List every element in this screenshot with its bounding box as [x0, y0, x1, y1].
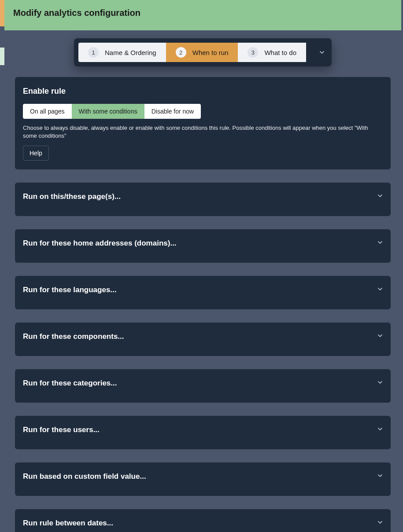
step-when-to-run[interactable]: 2 When to run [166, 43, 238, 62]
stepper-collapse-toggle[interactable] [318, 38, 325, 66]
accordion-run-for-languages[interactable]: Run for these languages... [15, 276, 391, 309]
accordion-title: Run for these components... [23, 332, 369, 341]
step-label: Name & Ordering [105, 49, 156, 56]
accordion-run-for-users[interactable]: Run for these users... [15, 416, 391, 449]
accordion-run-between-dates[interactable]: Run rule between dates... [15, 509, 391, 532]
step-number: 3 [248, 47, 258, 58]
step-name-ordering[interactable]: 1 Name & Ordering [78, 43, 166, 62]
chevron-down-icon [377, 379, 384, 386]
stepper: 1 Name & Ordering 2 When to run 3 What t… [74, 38, 332, 66]
accordion-run-for-components[interactable]: Run for these components... [15, 323, 391, 356]
accordion-title: Run based on custom field value... [23, 472, 369, 481]
chevron-down-icon [318, 49, 325, 56]
enable-with-conditions-button[interactable]: With some conditions [72, 104, 144, 119]
modal-header: Modify analytics configuration [4, 0, 401, 30]
enable-rule-description: Choose to always disable, always enable … [23, 124, 383, 139]
step-number: 2 [176, 47, 186, 58]
step-what-to-do[interactable]: 3 What to do [238, 43, 306, 62]
help-button[interactable]: Help [23, 146, 49, 161]
step-label: When to run [192, 49, 229, 56]
accordion-title: Run for these categories... [23, 379, 369, 388]
step-number: 1 [88, 47, 99, 58]
modal: Modify analytics configuration 1 Name & … [4, 0, 401, 532]
chevron-down-icon [377, 286, 384, 293]
disable-for-now-button[interactable]: Disable for now [144, 104, 201, 119]
chevron-down-icon [377, 239, 384, 246]
step-label: What to do [264, 49, 296, 56]
chevron-down-icon [377, 472, 384, 479]
accordion-run-for-domains[interactable]: Run for these home addresses (domains)..… [15, 229, 391, 263]
chevron-down-icon [377, 192, 384, 199]
accordion-title: Run for these languages... [23, 286, 369, 294]
page-title: Modify analytics configuration [13, 8, 392, 18]
enable-on-all-pages-button[interactable]: On all pages [23, 104, 72, 119]
chevron-down-icon [377, 426, 384, 433]
enable-rule-card: Enable rule On all pages With some condi… [15, 77, 391, 169]
chevron-down-icon [377, 519, 384, 526]
enable-rule-title: Enable rule [23, 87, 383, 96]
accordion-title: Run on this/these page(s)... [23, 192, 369, 201]
chevron-down-icon [377, 332, 384, 339]
accordion-title: Run for these users... [23, 426, 369, 434]
enable-rule-toggle: On all pages With some conditions Disabl… [23, 104, 201, 119]
accordion-title: Run for these home addresses (domains)..… [23, 239, 369, 248]
accordion-run-on-custom-field[interactable]: Run based on custom field value... [15, 462, 391, 496]
accordion-title: Run rule between dates... [23, 519, 369, 528]
accordion-run-on-pages[interactable]: Run on this/these page(s)... [15, 183, 391, 216]
accordion-run-for-categories[interactable]: Run for these categories... [15, 369, 391, 403]
